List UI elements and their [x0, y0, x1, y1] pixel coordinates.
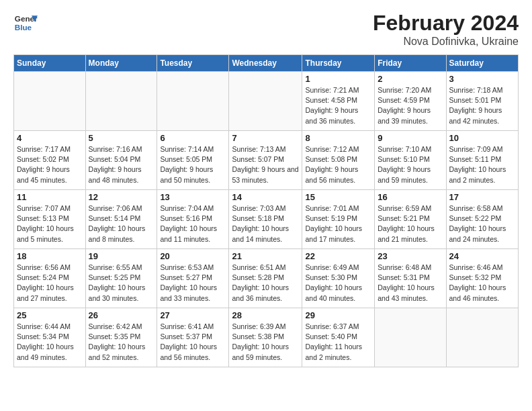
svg-text:Blue: Blue: [15, 23, 32, 32]
day-info: Sunrise: 6:55 AM Sunset: 5:25 PM Dayligh…: [89, 263, 154, 304]
day-number: 10: [449, 133, 515, 143]
day-info: Sunrise: 7:20 AM Sunset: 4:59 PM Dayligh…: [378, 85, 443, 126]
logo-icon: General Blue: [13, 11, 38, 35]
day-info: Sunrise: 6:53 AM Sunset: 5:27 PM Dayligh…: [160, 263, 226, 304]
day-info: Sunrise: 6:42 AM Sunset: 5:35 PM Dayligh…: [89, 322, 154, 363]
calendar-week-3: 18Sunrise: 6:56 AM Sunset: 5:24 PM Dayli…: [14, 249, 519, 308]
calendar-cell: 11Sunrise: 7:07 AM Sunset: 5:13 PM Dayli…: [14, 190, 86, 249]
day-number: 9: [378, 133, 443, 143]
day-info: Sunrise: 6:58 AM Sunset: 5:22 PM Dayligh…: [449, 203, 515, 244]
day-info: Sunrise: 7:01 AM Sunset: 5:19 PM Dayligh…: [305, 203, 371, 244]
calendar-cell: 25Sunrise: 6:44 AM Sunset: 5:34 PM Dayli…: [14, 308, 86, 367]
day-number: 13: [160, 192, 226, 202]
day-number: 23: [378, 251, 443, 261]
calendar-cell: 21Sunrise: 6:51 AM Sunset: 5:28 PM Dayli…: [229, 249, 302, 308]
calendar-header-wednesday: Wednesday: [229, 55, 302, 72]
day-number: 17: [449, 192, 515, 202]
calendar-week-0: 1Sunrise: 7:21 AM Sunset: 4:58 PM Daylig…: [14, 72, 519, 131]
calendar-week-1: 4Sunrise: 7:17 AM Sunset: 5:02 PM Daylig…: [14, 131, 519, 190]
day-info: Sunrise: 7:14 AM Sunset: 5:05 PM Dayligh…: [160, 144, 226, 185]
day-info: Sunrise: 7:17 AM Sunset: 5:02 PM Dayligh…: [17, 144, 83, 185]
day-number: 28: [232, 310, 299, 320]
day-number: 5: [89, 133, 154, 143]
calendar-header-row: SundayMondayTuesdayWednesdayThursdayFrid…: [14, 55, 519, 72]
day-number: 20: [160, 251, 226, 261]
day-number: 19: [89, 251, 154, 261]
day-info: Sunrise: 7:10 AM Sunset: 5:10 PM Dayligh…: [378, 144, 443, 185]
day-number: 3: [449, 74, 515, 84]
day-info: Sunrise: 7:03 AM Sunset: 5:18 PM Dayligh…: [232, 203, 299, 244]
calendar-cell: 12Sunrise: 7:06 AM Sunset: 5:14 PM Dayli…: [85, 190, 157, 249]
day-info: Sunrise: 6:56 AM Sunset: 5:24 PM Dayligh…: [17, 263, 83, 304]
day-number: 26: [89, 310, 154, 320]
day-info: Sunrise: 7:06 AM Sunset: 5:14 PM Dayligh…: [89, 203, 154, 244]
main-title: February 2024: [373, 11, 519, 36]
calendar-cell: [14, 72, 86, 131]
calendar-cell: 8Sunrise: 7:12 AM Sunset: 5:08 PM Daylig…: [302, 131, 375, 190]
calendar-header-sunday: Sunday: [14, 55, 86, 72]
day-info: Sunrise: 6:44 AM Sunset: 5:34 PM Dayligh…: [17, 322, 83, 363]
calendar-cell: 1Sunrise: 7:21 AM Sunset: 4:58 PM Daylig…: [302, 72, 375, 131]
page: General Blue February 2024 Nova Dofinivk…: [0, 0, 532, 411]
day-number: 2: [378, 74, 443, 84]
calendar-cell: [229, 72, 302, 131]
day-number: 16: [378, 192, 443, 202]
day-number: 25: [17, 310, 83, 320]
calendar-week-4: 25Sunrise: 6:44 AM Sunset: 5:34 PM Dayli…: [14, 308, 519, 367]
day-info: Sunrise: 6:59 AM Sunset: 5:21 PM Dayligh…: [378, 203, 443, 244]
calendar-cell: 6Sunrise: 7:14 AM Sunset: 5:05 PM Daylig…: [157, 131, 229, 190]
calendar-cell: 15Sunrise: 7:01 AM Sunset: 5:19 PM Dayli…: [302, 190, 375, 249]
day-info: Sunrise: 7:04 AM Sunset: 5:16 PM Dayligh…: [160, 203, 226, 244]
day-number: 18: [17, 251, 83, 261]
day-info: Sunrise: 7:13 AM Sunset: 5:07 PM Dayligh…: [232, 144, 299, 185]
calendar-cell: 26Sunrise: 6:42 AM Sunset: 5:35 PM Dayli…: [85, 308, 157, 367]
calendar-cell: 14Sunrise: 7:03 AM Sunset: 5:18 PM Dayli…: [229, 190, 302, 249]
day-number: 8: [305, 133, 371, 143]
calendar-cell: [446, 308, 518, 367]
calendar-header-tuesday: Tuesday: [157, 55, 229, 72]
day-number: 12: [89, 192, 154, 202]
calendar-header-monday: Monday: [85, 55, 157, 72]
calendar-cell: [85, 72, 157, 131]
title-area: February 2024 Nova Dofinivka, Ukraine: [373, 11, 519, 48]
calendar-cell: 7Sunrise: 7:13 AM Sunset: 5:07 PM Daylig…: [229, 131, 302, 190]
calendar-cell: 20Sunrise: 6:53 AM Sunset: 5:27 PM Dayli…: [157, 249, 229, 308]
calendar-cell: 2Sunrise: 7:20 AM Sunset: 4:59 PM Daylig…: [375, 72, 446, 131]
calendar-cell: 22Sunrise: 6:49 AM Sunset: 5:30 PM Dayli…: [302, 249, 375, 308]
day-info: Sunrise: 7:16 AM Sunset: 5:04 PM Dayligh…: [89, 144, 154, 185]
header-area: General Blue February 2024 Nova Dofinivk…: [13, 11, 519, 48]
calendar-cell: 27Sunrise: 6:41 AM Sunset: 5:37 PM Dayli…: [157, 308, 229, 367]
calendar-cell: 5Sunrise: 7:16 AM Sunset: 5:04 PM Daylig…: [85, 131, 157, 190]
day-info: Sunrise: 6:46 AM Sunset: 5:32 PM Dayligh…: [449, 263, 515, 304]
day-info: Sunrise: 7:07 AM Sunset: 5:13 PM Dayligh…: [17, 203, 83, 244]
day-info: Sunrise: 6:51 AM Sunset: 5:28 PM Dayligh…: [232, 263, 299, 304]
calendar-cell: 4Sunrise: 7:17 AM Sunset: 5:02 PM Daylig…: [14, 131, 86, 190]
calendar-cell: 18Sunrise: 6:56 AM Sunset: 5:24 PM Dayli…: [14, 249, 86, 308]
day-number: 4: [17, 133, 83, 143]
day-number: 1: [305, 74, 371, 84]
day-info: Sunrise: 6:39 AM Sunset: 5:38 PM Dayligh…: [232, 322, 299, 363]
day-info: Sunrise: 6:48 AM Sunset: 5:31 PM Dayligh…: [378, 263, 443, 304]
day-number: 14: [232, 192, 299, 202]
day-info: Sunrise: 6:37 AM Sunset: 5:40 PM Dayligh…: [305, 322, 371, 363]
day-number: 29: [305, 310, 371, 320]
day-number: 15: [305, 192, 371, 202]
day-number: 7: [232, 133, 299, 143]
calendar-cell: 13Sunrise: 7:04 AM Sunset: 5:16 PM Dayli…: [157, 190, 229, 249]
calendar-cell: [157, 72, 229, 131]
calendar-cell: 19Sunrise: 6:55 AM Sunset: 5:25 PM Dayli…: [85, 249, 157, 308]
day-info: Sunrise: 7:12 AM Sunset: 5:08 PM Dayligh…: [305, 144, 371, 185]
day-info: Sunrise: 7:21 AM Sunset: 4:58 PM Dayligh…: [305, 85, 371, 126]
day-number: 11: [17, 192, 83, 202]
day-number: 24: [449, 251, 515, 261]
day-info: Sunrise: 6:49 AM Sunset: 5:30 PM Dayligh…: [305, 263, 371, 304]
calendar-week-2: 11Sunrise: 7:07 AM Sunset: 5:13 PM Dayli…: [14, 190, 519, 249]
calendar-header-friday: Friday: [375, 55, 446, 72]
calendar-cell: 9Sunrise: 7:10 AM Sunset: 5:10 PM Daylig…: [375, 131, 446, 190]
calendar-cell: 24Sunrise: 6:46 AM Sunset: 5:32 PM Dayli…: [446, 249, 518, 308]
day-info: Sunrise: 6:41 AM Sunset: 5:37 PM Dayligh…: [160, 322, 226, 363]
calendar-cell: [375, 308, 446, 367]
day-number: 22: [305, 251, 371, 261]
calendar-header-thursday: Thursday: [302, 55, 375, 72]
day-number: 21: [232, 251, 299, 261]
